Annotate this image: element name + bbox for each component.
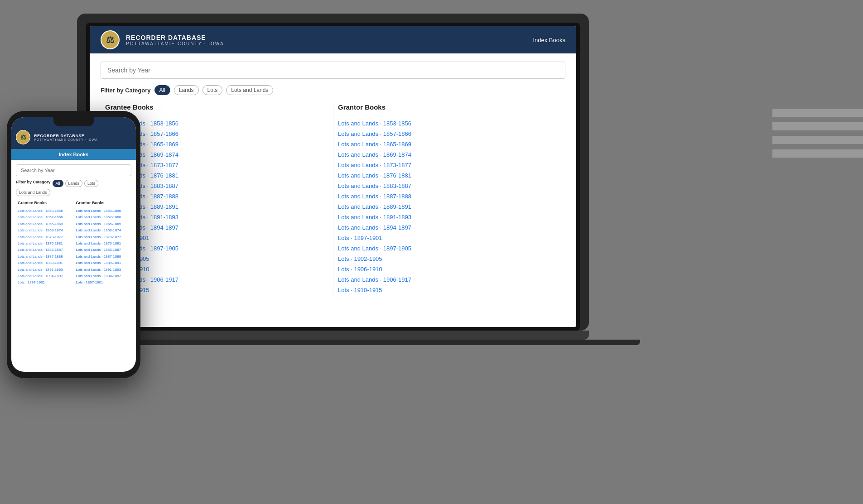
filter-lots-and-lands-button[interactable]: Lots and Lands bbox=[226, 85, 273, 95]
county-seal: ⚖ bbox=[101, 30, 120, 49]
phone-grantee-book-link[interactable]: Lots and Lands · 1883-1887 bbox=[18, 247, 72, 253]
phone-grantor-book-link[interactable]: Lots and Lands · 1894-1897 bbox=[76, 273, 130, 279]
laptop-screen: ⚖ RECORDER DATABASE POTTAWATTAMIE COUNTY… bbox=[90, 26, 576, 327]
phone-grantee-book-link[interactable]: Lots and Lands · 1869-1874 bbox=[18, 227, 72, 234]
phone-grantor-book-link[interactable]: Lots and Lands · 1853-1856 bbox=[76, 208, 130, 214]
app-body: Filter by Category All Lands Lots Lots a… bbox=[90, 53, 576, 303]
phone-grantee-book-link[interactable]: Lots and Lands · 1876-1881 bbox=[18, 240, 72, 247]
filter-row: Filter by Category All Lands Lots Lots a… bbox=[101, 85, 565, 95]
phone-grantor-book-link[interactable]: Lots and Lands · 1891-1893 bbox=[76, 267, 130, 273]
grantor-book-link[interactable]: Lots and Lands · 1894-1897 bbox=[338, 222, 561, 233]
app-header-left: ⚖ RECORDER DATABASE POTTAWATTAMIE COUNTY… bbox=[101, 30, 224, 49]
phone-filter-lands-button[interactable]: Lands bbox=[65, 180, 83, 187]
phone-grantor-book-link[interactable]: Lots · 1897-1901 bbox=[76, 279, 130, 286]
grantor-book-link[interactable]: Lots and Lands · 1887-1888 bbox=[338, 191, 561, 202]
phone-grantor-book-link[interactable]: Lots and Lands · 1857-1866 bbox=[76, 214, 130, 221]
grantor-book-link[interactable]: Lots and Lands · 1897-1905 bbox=[338, 243, 561, 254]
bg-stripe-2 bbox=[772, 122, 863, 130]
grantor-book-link[interactable]: Lots and Lands · 1853-1856 bbox=[338, 118, 561, 129]
grantor-book-link[interactable]: Lots and Lands · 1873-1877 bbox=[338, 160, 561, 170]
phone-grantee-title: Grantee Books bbox=[18, 201, 72, 205]
phone-nav-bar[interactable]: Index Books bbox=[11, 149, 136, 160]
grantor-book-link[interactable]: Lots · 1910-1915 bbox=[338, 285, 561, 295]
grantor-book-link[interactable]: Lots and Lands · 1891-1893 bbox=[338, 212, 561, 222]
phone-grantee-book-link[interactable]: Lots and Lands · 1891-1893 bbox=[18, 267, 72, 273]
grantor-books-list: Lots and Lands · 1853-1856Lots and Lands… bbox=[338, 118, 561, 295]
phone-grantor-book-link[interactable]: Lots and Lands · 1883-1887 bbox=[76, 247, 130, 253]
phone-grantee-book-link[interactable]: Lots and Lands · 1887-1888 bbox=[18, 254, 72, 260]
phone-filter-all-button[interactable]: All bbox=[53, 180, 63, 187]
phone-grantor-book-link[interactable]: Lots and Lands · 1887-1888 bbox=[76, 254, 130, 260]
books-container: Grantee Books Lots and Lands · 1853-1856… bbox=[101, 103, 565, 295]
phone-app-title: RECORDER DATABASE POTTAWATTAMIE COUNTY ·… bbox=[34, 134, 98, 141]
phone-county-seal: ⚖ bbox=[16, 130, 30, 144]
phone-grantor-book-link[interactable]: Lots and Lands · 1876-1881 bbox=[76, 240, 130, 247]
filter-lands-button[interactable]: Lands bbox=[174, 85, 199, 95]
phone-notch bbox=[53, 117, 94, 126]
phone-grantor-book-link[interactable]: Lots and Lands · 1865-1869 bbox=[76, 221, 130, 227]
phone-grantee-book-link[interactable]: Lots and Lands · 1853-1856 bbox=[18, 208, 72, 214]
phone-grantor-book-link[interactable]: Lots and Lands · 1889-1891 bbox=[76, 260, 130, 266]
phone-main-title: RECORDER DATABASE bbox=[34, 134, 98, 138]
grantor-book-link[interactable]: Lots · 1906-1910 bbox=[338, 264, 561, 274]
app-main-title: RECORDER DATABASE bbox=[126, 34, 224, 41]
laptop-outer: ⚖ RECORDER DATABASE POTTAWATTAMIE COUNTY… bbox=[77, 14, 589, 331]
laptop-base bbox=[77, 331, 589, 340]
phone-grantee-book-link[interactable]: Lots and Lands · 1894-1897 bbox=[18, 273, 72, 279]
index-books-nav-link[interactable]: Index Books bbox=[533, 37, 565, 43]
grantor-book-link[interactable]: Lots and Lands · 1883-1887 bbox=[338, 181, 561, 191]
phone-grantee-book-link[interactable]: Lots and Lands · 1865-1869 bbox=[18, 221, 72, 227]
grantor-book-link[interactable]: Lots · 1897-1901 bbox=[338, 233, 561, 243]
phone-filter-row: Filter by Category All Lands Lots Lots a… bbox=[16, 180, 131, 196]
filter-lots-button[interactable]: Lots bbox=[202, 85, 223, 95]
grantor-book-link[interactable]: Lots and Lands · 1889-1891 bbox=[338, 202, 561, 212]
phone-grantee-book-link[interactable]: Lots and Lands · 1873-1877 bbox=[18, 234, 72, 240]
phone-grantor-book-link[interactable]: Lots and Lands · 1869-1874 bbox=[76, 227, 130, 234]
filter-all-button[interactable]: All bbox=[154, 85, 170, 95]
bg-stripe-4 bbox=[772, 149, 863, 158]
grantor-book-link[interactable]: Lots and Lands · 1876-1881 bbox=[338, 170, 561, 181]
phone-sub-title: POTTAWATTAMIE COUNTY · IOWA bbox=[34, 138, 98, 141]
grantor-books-section: Grantor Books Lots and Lands · 1853-1856… bbox=[333, 103, 565, 295]
laptop-device: ⚖ RECORDER DATABASE POTTAWATTAMIE COUNTY… bbox=[77, 14, 589, 362]
search-input[interactable] bbox=[101, 62, 565, 79]
phone-body: Filter by Category All Lands Lots Lots a… bbox=[11, 160, 136, 291]
phone-grantor-list: Lots and Lands · 1853-1856Lots and Lands… bbox=[76, 208, 130, 286]
phone-grantee-section: Grantee Books Lots and Lands · 1853-1856… bbox=[16, 201, 74, 286]
grantor-book-link[interactable]: Lots · 1902-1905 bbox=[338, 254, 561, 264]
phone-grantee-list: Lots and Lands · 1853-1856Lots and Lands… bbox=[18, 208, 72, 286]
grantor-books-title: Grantor Books bbox=[338, 103, 561, 114]
phone-filter-label: Filter by Category bbox=[16, 180, 51, 184]
scene: ⚖ RECORDER DATABASE POTTAWATTAMIE COUNTY… bbox=[0, 0, 863, 504]
phone-search-input[interactable] bbox=[16, 164, 131, 176]
phone-grantor-section: Grantor Books Lots and Lands · 1853-1856… bbox=[74, 201, 132, 286]
phone-filter-lots-button[interactable]: Lots bbox=[84, 180, 98, 187]
phone-nav-label: Index Books bbox=[59, 152, 88, 157]
bg-stripe-3 bbox=[772, 136, 863, 144]
grantor-book-link[interactable]: Lots and Lands · 1869-1874 bbox=[338, 149, 561, 160]
app-header-title: RECORDER DATABASE POTTAWATTAMIE COUNTY ·… bbox=[126, 34, 224, 46]
grantor-book-link[interactable]: Lots and Lands · 1857-1866 bbox=[338, 129, 561, 139]
grantor-book-link[interactable]: Lots and Lands · 1906-1917 bbox=[338, 274, 561, 285]
grantor-book-link[interactable]: Lots and Lands · 1865-1869 bbox=[338, 139, 561, 149]
phone-grantee-book-link[interactable]: Lots · 1897-1901 bbox=[18, 279, 72, 286]
phone-books-container: Grantee Books Lots and Lands · 1853-1856… bbox=[16, 201, 131, 286]
phone-outer: ⚖ RECORDER DATABASE POTTAWATTAMIE COUNTY… bbox=[7, 111, 140, 378]
phone-grantee-book-link[interactable]: Lots and Lands · 1857-1866 bbox=[18, 214, 72, 221]
phone-filter-lots-and-lands-button[interactable]: Lots and Lands bbox=[16, 189, 50, 196]
app-sub-title: POTTAWATTAMIE COUNTY · IOWA bbox=[126, 41, 224, 46]
phone-grantor-title: Grantor Books bbox=[76, 201, 130, 205]
laptop-bezel: ⚖ RECORDER DATABASE POTTAWATTAMIE COUNTY… bbox=[86, 23, 580, 331]
phone-grantee-book-link[interactable]: Lots and Lands · 1889-1891 bbox=[18, 260, 72, 266]
phone-device: ⚖ RECORDER DATABASE POTTAWATTAMIE COUNTY… bbox=[7, 111, 140, 378]
app-header: ⚖ RECORDER DATABASE POTTAWATTAMIE COUNTY… bbox=[90, 26, 576, 53]
phone-grantor-book-link[interactable]: Lots and Lands · 1873-1877 bbox=[76, 234, 130, 240]
bg-stripe-1 bbox=[772, 109, 863, 117]
phone-screen: ⚖ RECORDER DATABASE POTTAWATTAMIE COUNTY… bbox=[11, 117, 136, 372]
filter-label: Filter by Category bbox=[101, 87, 151, 94]
